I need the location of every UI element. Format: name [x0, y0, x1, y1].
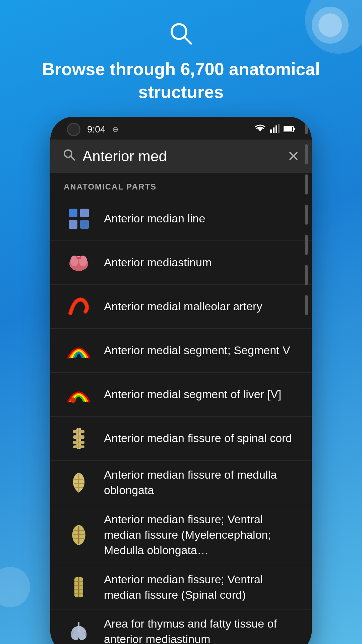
list-item[interactable]: Anterior median fissure of medulla oblon… [50, 461, 312, 505]
list-item[interactable]: Anterior median fissure; Ventral median … [50, 505, 312, 565]
status-bar: 9:04 ⊖ [50, 117, 312, 140]
results-container: ANATOMICAL PARTS Anterior median line An… [50, 173, 312, 644]
svg-rect-9 [284, 127, 292, 131]
title-part1: Browse through [42, 59, 180, 79]
result-icon [64, 572, 94, 602]
svg-rect-19 [76, 257, 81, 259]
list-item[interactable]: Anterior median fissure of spinal cord [50, 417, 312, 461]
battery-icon [284, 124, 295, 135]
status-left: 9:04 ⊖ [67, 123, 118, 136]
list-item[interactable]: Anterior median fissure; Ventral median … [50, 565, 312, 610]
list-item[interactable]: Anterior medial segment of liver [V] [50, 373, 312, 417]
wifi-icon [254, 124, 266, 135]
scroll-dot [305, 205, 308, 225]
scroll-dot [305, 144, 308, 164]
result-icon [64, 335, 94, 366]
svg-rect-3 [270, 129, 272, 133]
result-label: Anterior median line [104, 211, 298, 226]
signal-icon [270, 124, 280, 135]
search-bar-icon [62, 148, 76, 165]
result-label: Anterior median fissure of medulla oblon… [104, 467, 298, 498]
scrollbar[interactable] [305, 117, 308, 315]
svg-rect-8 [294, 128, 295, 130]
header: Browse through 6,700 anatomical structur… [0, 0, 362, 117]
status-icons [254, 124, 295, 135]
list-item[interactable]: Area for thymus and fatty tissue of ante… [50, 609, 312, 644]
scroll-dot [305, 295, 308, 315]
list-item[interactable]: Anterior median line [50, 197, 312, 241]
svg-rect-5 [276, 125, 277, 133]
result-icon [64, 291, 94, 322]
avatar-inner [318, 13, 342, 37]
list-item[interactable]: Anterior medial segment; Segment V [50, 329, 312, 373]
results-list: Anterior median line Anterior mediastinu… [50, 197, 312, 644]
result-label: Anterior median fissure; Ventral median … [104, 572, 298, 603]
header-search-icon [20, 20, 342, 51]
result-label: Area for thymus and fatty tissue of ante… [104, 616, 298, 644]
result-icon [64, 204, 94, 234]
svg-rect-15 [80, 220, 89, 229]
result-label: Anterior mediastinum [104, 255, 298, 270]
camera-icon [67, 123, 80, 136]
phone-frame: 9:04 ⊖ [50, 117, 312, 644]
search-clear-button[interactable]: ✕ [287, 148, 300, 165]
svg-line-1 [184, 37, 191, 44]
svg-marker-2 [257, 128, 263, 131]
list-item[interactable]: Anterior medial malleolar artery [50, 285, 312, 329]
result-label: Anterior medial segment of liver [V] [104, 387, 298, 402]
list-item[interactable]: Anterior mediastinum [50, 241, 312, 285]
result-icon [64, 379, 94, 410]
svg-rect-14 [69, 220, 77, 229]
svg-point-20 [70, 397, 76, 403]
status-time: 9:04 [87, 124, 106, 135]
result-label: Anterior median fissure; Ventral median … [104, 512, 298, 558]
svg-line-11 [71, 156, 74, 160]
status-extra: ⊖ [112, 125, 118, 134]
scroll-dot [305, 235, 308, 255]
result-icon [64, 616, 94, 644]
page-title: Browse through 6,700 anatomical structur… [20, 58, 342, 103]
result-label: Anterior medial segment; Segment V [104, 343, 298, 358]
result-label: Anterior medial malleolar artery [104, 299, 298, 314]
scroll-dot [305, 117, 308, 134]
svg-rect-4 [273, 127, 275, 133]
result-icon [64, 248, 94, 278]
search-bar[interactable]: ✕ [50, 140, 312, 173]
avatar [312, 7, 349, 44]
scroll-dot [305, 265, 308, 285]
svg-rect-12 [69, 209, 77, 217]
result-icon [64, 423, 94, 453]
svg-rect-13 [80, 209, 89, 217]
section-label: ANATOMICAL PARTS [50, 173, 312, 197]
scroll-dot [305, 174, 308, 195]
search-input[interactable] [82, 148, 281, 165]
result-icon [64, 468, 94, 498]
svg-rect-6 [278, 124, 280, 133]
result-label: Anterior median fissure of spinal cord [104, 431, 298, 446]
phone-wrapper: 9:04 ⊖ [0, 117, 362, 644]
result-icon [64, 520, 94, 550]
